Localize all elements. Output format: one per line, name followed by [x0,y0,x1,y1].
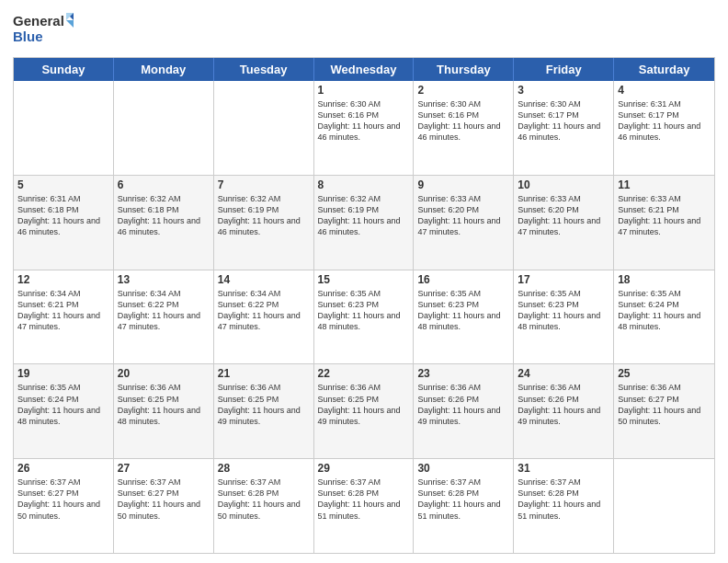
day-info: Sunrise: 6:32 AM Sunset: 6:18 PM Dayligh… [118,193,210,238]
day-number: 14 [218,273,310,286]
day-info: Sunrise: 6:33 AM Sunset: 6:21 PM Dayligh… [618,193,711,238]
day-number: 11 [618,178,711,191]
day-number: 26 [17,462,109,475]
day-cell-6: 6Sunrise: 6:32 AM Sunset: 6:18 PM Daylig… [114,176,214,270]
day-info: Sunrise: 6:31 AM Sunset: 6:17 PM Dayligh… [618,98,711,144]
day-number: 27 [118,462,210,475]
day-info: Sunrise: 6:34 AM Sunset: 6:22 PM Dayligh… [118,288,210,333]
day-cell-11: 11Sunrise: 6:33 AM Sunset: 6:21 PM Dayli… [614,176,714,270]
day-info: Sunrise: 6:36 AM Sunset: 6:27 PM Dayligh… [618,382,711,427]
day-number: 7 [218,178,310,191]
day-number: 28 [218,462,310,475]
weekday-header-tuesday: Tuesday [214,58,314,81]
day-number: 23 [417,367,509,380]
day-number: 9 [417,178,509,191]
calendar-row-3: 19Sunrise: 6:35 AM Sunset: 6:24 PM Dayli… [14,363,714,458]
day-info: Sunrise: 6:37 AM Sunset: 6:28 PM Dayligh… [417,477,509,522]
weekday-header-saturday: Saturday [614,58,714,81]
svg-text:General: General [13,13,64,29]
day-info: Sunrise: 6:36 AM Sunset: 6:25 PM Dayligh… [318,382,410,427]
day-number: 20 [118,367,210,380]
day-cell-26: 26Sunrise: 6:37 AM Sunset: 6:27 PM Dayli… [14,459,114,553]
svg-marker-3 [66,20,74,28]
day-number: 2 [417,84,509,97]
day-number: 25 [618,367,711,380]
day-info: Sunrise: 6:35 AM Sunset: 6:24 PM Dayligh… [17,382,109,427]
calendar: SundayMondayTuesdayWednesdayThursdayFrid… [13,57,715,554]
day-info: Sunrise: 6:30 AM Sunset: 6:17 PM Dayligh… [518,98,609,144]
calendar-row-1: 5Sunrise: 6:31 AM Sunset: 6:18 PM Daylig… [14,175,714,270]
day-number: 4 [618,84,711,97]
day-cell-22: 22Sunrise: 6:36 AM Sunset: 6:25 PM Dayli… [314,364,415,458]
day-cell-18: 18Sunrise: 6:35 AM Sunset: 6:24 PM Dayli… [614,270,714,364]
calendar-body: 1Sunrise: 6:30 AM Sunset: 6:16 PM Daylig… [14,81,714,553]
day-info: Sunrise: 6:35 AM Sunset: 6:23 PM Dayligh… [417,288,509,333]
calendar-header: SundayMondayTuesdayWednesdayThursdayFrid… [14,58,714,81]
day-cell-2: 2Sunrise: 6:30 AM Sunset: 6:16 PM Daylig… [414,81,514,175]
day-cell-24: 24Sunrise: 6:36 AM Sunset: 6:26 PM Dayli… [514,364,614,458]
empty-cell-0-0 [14,81,114,175]
day-cell-19: 19Sunrise: 6:35 AM Sunset: 6:24 PM Dayli… [14,364,114,458]
day-cell-20: 20Sunrise: 6:36 AM Sunset: 6:25 PM Dayli… [114,364,214,458]
day-number: 12 [17,273,109,286]
day-info: Sunrise: 6:36 AM Sunset: 6:25 PM Dayligh… [218,382,310,427]
day-info: Sunrise: 6:37 AM Sunset: 6:27 PM Dayligh… [17,477,109,522]
logo-svg: General Blue [13,9,77,50]
logo: General Blue [13,9,77,50]
day-number: 31 [518,462,609,475]
day-info: Sunrise: 6:34 AM Sunset: 6:21 PM Dayligh… [17,288,109,333]
day-cell-27: 27Sunrise: 6:37 AM Sunset: 6:27 PM Dayli… [114,459,214,553]
calendar-row-4: 26Sunrise: 6:37 AM Sunset: 6:27 PM Dayli… [14,458,714,553]
day-info: Sunrise: 6:33 AM Sunset: 6:20 PM Dayligh… [518,193,609,238]
empty-cell-4-6 [614,459,714,553]
page-header: General Blue [13,9,715,50]
day-number: 30 [417,462,509,475]
day-info: Sunrise: 6:36 AM Sunset: 6:26 PM Dayligh… [518,382,609,427]
day-cell-3: 3Sunrise: 6:30 AM Sunset: 6:17 PM Daylig… [514,81,614,175]
day-number: 21 [218,367,310,380]
day-info: Sunrise: 6:35 AM Sunset: 6:23 PM Dayligh… [318,288,410,333]
day-cell-29: 29Sunrise: 6:37 AM Sunset: 6:28 PM Dayli… [314,459,415,553]
day-cell-28: 28Sunrise: 6:37 AM Sunset: 6:28 PM Dayli… [214,459,314,553]
weekday-header-wednesday: Wednesday [314,58,415,81]
day-number: 5 [17,178,109,191]
weekday-header-monday: Monday [114,58,214,81]
day-cell-23: 23Sunrise: 6:36 AM Sunset: 6:26 PM Dayli… [414,364,514,458]
day-number: 10 [518,178,609,191]
day-number: 8 [318,178,410,191]
day-cell-10: 10Sunrise: 6:33 AM Sunset: 6:20 PM Dayli… [514,176,614,270]
day-info: Sunrise: 6:32 AM Sunset: 6:19 PM Dayligh… [318,193,410,238]
day-cell-9: 9Sunrise: 6:33 AM Sunset: 6:20 PM Daylig… [414,176,514,270]
day-cell-13: 13Sunrise: 6:34 AM Sunset: 6:22 PM Dayli… [114,270,214,364]
day-cell-16: 16Sunrise: 6:35 AM Sunset: 6:23 PM Dayli… [414,270,514,364]
weekday-header-sunday: Sunday [14,58,114,81]
day-number: 18 [618,273,711,286]
day-cell-15: 15Sunrise: 6:35 AM Sunset: 6:23 PM Dayli… [314,270,415,364]
day-info: Sunrise: 6:36 AM Sunset: 6:25 PM Dayligh… [118,382,210,427]
day-number: 17 [518,273,609,286]
calendar-row-0: 1Sunrise: 6:30 AM Sunset: 6:16 PM Daylig… [14,81,714,175]
day-cell-7: 7Sunrise: 6:32 AM Sunset: 6:19 PM Daylig… [214,176,314,270]
day-number: 15 [318,273,410,286]
day-info: Sunrise: 6:37 AM Sunset: 6:27 PM Dayligh… [118,477,210,522]
day-info: Sunrise: 6:31 AM Sunset: 6:18 PM Dayligh… [17,193,109,238]
day-number: 6 [118,178,210,191]
day-info: Sunrise: 6:36 AM Sunset: 6:26 PM Dayligh… [417,382,509,427]
day-info: Sunrise: 6:33 AM Sunset: 6:20 PM Dayligh… [417,193,509,238]
day-info: Sunrise: 6:35 AM Sunset: 6:23 PM Dayligh… [518,288,609,333]
day-number: 19 [17,367,109,380]
day-number: 29 [318,462,410,475]
day-info: Sunrise: 6:30 AM Sunset: 6:16 PM Dayligh… [417,98,509,144]
calendar-row-2: 12Sunrise: 6:34 AM Sunset: 6:21 PM Dayli… [14,270,714,364]
day-number: 1 [318,84,410,97]
day-cell-5: 5Sunrise: 6:31 AM Sunset: 6:18 PM Daylig… [14,176,114,270]
day-cell-30: 30Sunrise: 6:37 AM Sunset: 6:28 PM Dayli… [414,459,514,553]
day-number: 13 [118,273,210,286]
day-cell-8: 8Sunrise: 6:32 AM Sunset: 6:19 PM Daylig… [314,176,415,270]
weekday-header-thursday: Thursday [414,58,514,81]
day-cell-4: 4Sunrise: 6:31 AM Sunset: 6:17 PM Daylig… [614,81,714,175]
day-cell-25: 25Sunrise: 6:36 AM Sunset: 6:27 PM Dayli… [614,364,714,458]
day-info: Sunrise: 6:37 AM Sunset: 6:28 PM Dayligh… [518,477,609,522]
day-cell-14: 14Sunrise: 6:34 AM Sunset: 6:22 PM Dayli… [214,270,314,364]
day-info: Sunrise: 6:37 AM Sunset: 6:28 PM Dayligh… [218,477,310,522]
